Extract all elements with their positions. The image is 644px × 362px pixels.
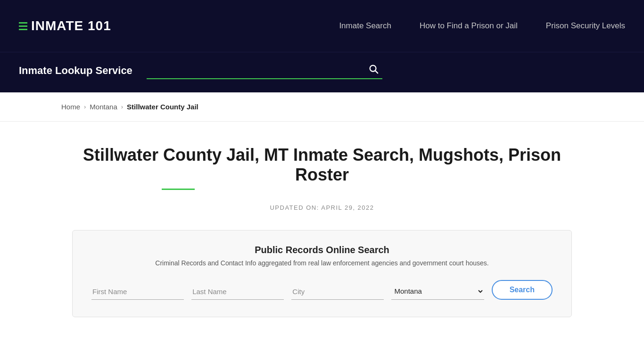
search-button[interactable]: Search — [492, 280, 553, 300]
state-select[interactable]: AlabamaAlaskaArizonaArkansasCaliforniaCo… — [391, 283, 484, 300]
breadcrumb-bar: Home › Montana › Stillwater County Jail — [0, 92, 644, 122]
search-form: AlabamaAlaskaArizonaArkansasCaliforniaCo… — [91, 280, 553, 300]
nav-security-levels[interactable]: Prison Security Levels — [546, 21, 625, 31]
breadcrumb: Home › Montana › Stillwater County Jail — [61, 103, 583, 111]
nav-links: Inmate Search How to Find a Prison or Ja… — [339, 21, 625, 31]
top-navigation: INMATE 101 Inmate Search How to Find a P… — [0, 0, 644, 52]
search-section-label: Inmate Lookup Service — [19, 65, 132, 77]
page-title: Stillwater County Jail, MT Inmate Search… — [72, 145, 572, 185]
state-field: AlabamaAlaskaArizonaArkansasCaliforniaCo… — [391, 283, 484, 300]
nav-how-to-find[interactable]: How to Find a Prison or Jail — [420, 21, 518, 31]
card-title: Public Records Online Search — [91, 245, 553, 255]
first-name-field — [91, 284, 184, 300]
search-icon — [368, 64, 379, 74]
last-name-input[interactable] — [191, 284, 284, 300]
breadcrumb-state[interactable]: Montana — [90, 103, 117, 111]
site-logo[interactable]: INMATE 101 — [19, 18, 111, 33]
city-field — [291, 284, 384, 300]
updated-text: UPDATED ON: APRIL 29, 2022 — [72, 204, 572, 211]
svg-line-1 — [375, 71, 378, 73]
card-subtitle: Criminal Records and Contact Info aggreg… — [91, 259, 553, 267]
last-name-field — [191, 284, 284, 300]
logo-text: INMATE 101 — [31, 18, 111, 33]
title-container: Stillwater County Jail, MT Inmate Search… — [72, 145, 572, 190]
chevron-icon-2: › — [121, 103, 123, 110]
search-section: Inmate Lookup Service — [0, 52, 644, 92]
first-name-input[interactable] — [91, 284, 184, 300]
nav-inmate-search[interactable]: Inmate Search — [339, 21, 391, 31]
breadcrumb-home[interactable]: Home — [61, 103, 80, 111]
breadcrumb-current: Stillwater County Jail — [127, 103, 198, 111]
search-submit-button[interactable] — [364, 62, 382, 78]
logo-bars-icon — [19, 22, 27, 30]
search-input-wrap — [147, 62, 382, 79]
search-input[interactable] — [147, 63, 364, 78]
public-records-card: Public Records Online Search Criminal Re… — [72, 230, 572, 317]
chevron-icon: › — [84, 103, 86, 110]
title-underline — [162, 189, 195, 190]
city-input[interactable] — [291, 284, 384, 300]
main-content: Stillwater County Jail, MT Inmate Search… — [63, 122, 581, 346]
